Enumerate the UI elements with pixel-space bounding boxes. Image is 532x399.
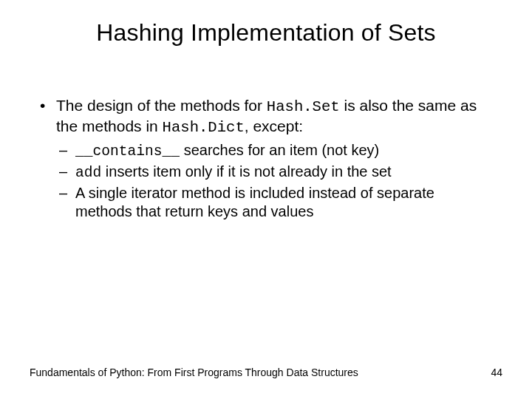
code-contains: __contains__ xyxy=(75,143,180,160)
sub-bullet-contains-text: searches for an item (not key) xyxy=(180,142,379,158)
sub-bullet-contains: __contains__ searches for an item (not k… xyxy=(59,141,492,161)
footer-page-number: 44 xyxy=(491,366,502,378)
bullet-main-text-1: The design of the methods for xyxy=(56,97,267,114)
code-hashdict: Hash.Dict xyxy=(163,119,245,136)
bullet-main: The design of the methods for Hash.Set i… xyxy=(40,96,492,138)
sub-bullet-add-text: inserts item only if it is not already i… xyxy=(101,163,391,180)
code-add: add xyxy=(75,165,101,181)
footer-source: Fundamentals of Python: From First Progr… xyxy=(30,366,358,378)
sub-bullet-add: add inserts item only if it is not alrea… xyxy=(59,163,492,183)
code-hashset: Hash.Set xyxy=(267,98,340,115)
slide-body: The design of the methods for Hash.Set i… xyxy=(40,96,492,222)
slide-title: Hashing Implementation of Sets xyxy=(0,19,532,47)
sub-bullet-iterator: A single iterator method is included ins… xyxy=(59,184,492,222)
bullet-main-text-3: , except: xyxy=(245,117,303,134)
slide: Hashing Implementation of Sets The desig… xyxy=(0,0,532,399)
